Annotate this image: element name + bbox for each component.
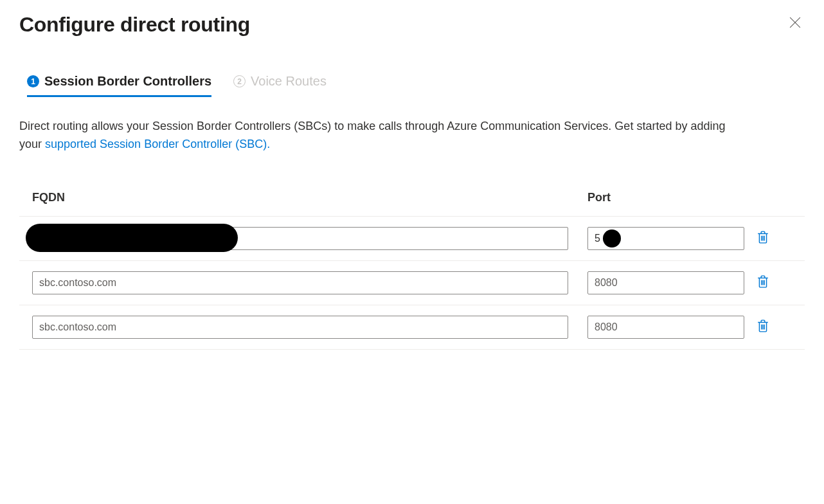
step-badge-2: 2 (233, 75, 246, 87)
table-header-row: FQDN Port (19, 191, 805, 217)
supported-sbc-link[interactable]: supported Session Border Controller (SBC… (45, 138, 270, 150)
cell-port (587, 316, 755, 339)
delete-row-button[interactable] (755, 228, 771, 248)
cell-port (587, 227, 755, 250)
column-header-actions (755, 191, 793, 204)
tab-label-voice-routes: Voice Routes (251, 74, 327, 89)
table-row (19, 261, 805, 305)
column-header-fqdn: FQDN (32, 191, 587, 204)
port-input[interactable] (587, 227, 744, 250)
trash-icon (757, 325, 769, 334)
port-input[interactable] (587, 316, 744, 339)
table-row (19, 217, 805, 261)
tab-label-sbc: Session Border Controllers (44, 74, 211, 89)
tab-session-border-controllers[interactable]: 1 Session Border Controllers (27, 74, 211, 97)
panel-header: Configure direct routing (19, 13, 805, 37)
trash-icon (757, 280, 769, 290)
sbc-table: FQDN Port (19, 191, 805, 350)
cell-fqdn (32, 227, 587, 250)
port-input[interactable] (587, 271, 744, 294)
cell-actions (755, 273, 793, 292)
close-button[interactable] (785, 13, 805, 32)
column-header-port: Port (587, 191, 755, 204)
cell-port (587, 271, 755, 294)
trash-icon (757, 236, 769, 246)
tab-voice-routes[interactable]: 2 Voice Routes (233, 74, 327, 97)
description-text: Direct routing allows your Session Borde… (19, 118, 726, 154)
step-badge-1: 1 (27, 75, 39, 87)
configure-direct-routing-panel: Configure direct routing 1 Session Borde… (0, 0, 824, 504)
delete-row-button[interactable] (755, 317, 771, 337)
cell-fqdn (32, 271, 587, 294)
cell-actions (755, 317, 793, 337)
panel-title: Configure direct routing (19, 13, 250, 37)
cell-actions (755, 228, 793, 248)
fqdn-input[interactable] (32, 271, 568, 294)
fqdn-input[interactable] (32, 316, 568, 339)
fqdn-input[interactable] (32, 227, 568, 250)
delete-row-button[interactable] (755, 273, 771, 292)
cell-fqdn (32, 316, 587, 339)
table-row (19, 305, 805, 350)
wizard-tabs: 1 Session Border Controllers 2 Voice Rou… (19, 74, 805, 97)
